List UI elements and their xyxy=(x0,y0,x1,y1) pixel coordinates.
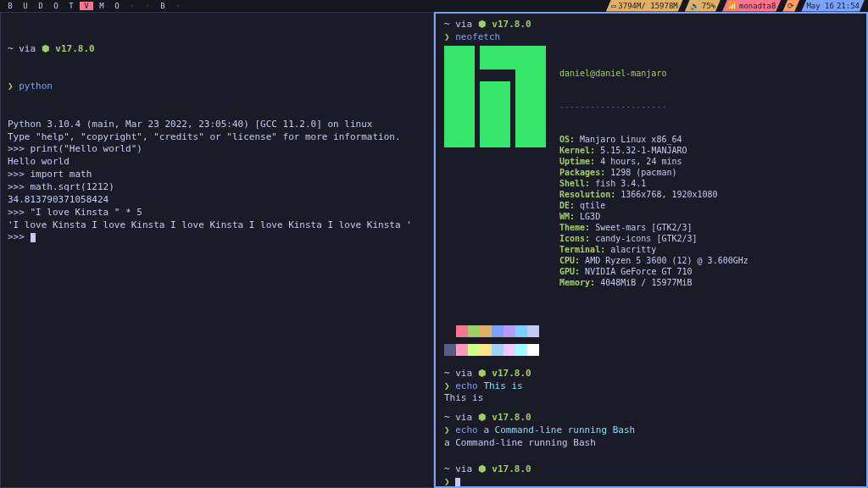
time-text: 21:54 xyxy=(837,2,860,10)
palette-swatch xyxy=(468,325,480,337)
workspace-6[interactable]: V xyxy=(80,2,93,10)
neofetch-row: Uptime: 4 hours, 24 mins xyxy=(559,156,748,167)
prompt-context: ~ via ⬢ v17.8.0 xyxy=(444,463,858,476)
neofetch-row: Memory: 4048MiB / 15977MiB xyxy=(559,277,748,288)
top-bar: BUDOTVMO··B· ▭ 3794M/ 15978M 🔈 75% 📶 mon… xyxy=(0,0,868,12)
neofetch-row: GPU: NVIDIA GeForce GT 710 xyxy=(559,266,748,277)
neofetch-row: Theme: Sweet-mars [GTK2/3] xyxy=(559,222,748,233)
palette-swatch xyxy=(515,325,527,337)
neofetch-info: daniel@daniel-manjaro ------------------… xyxy=(559,46,748,310)
network-text: monadta8 xyxy=(739,2,776,10)
terminal-left[interactable]: ~ via ⬢ v17.8.0 ❯ python Python 3.10.4 (… xyxy=(0,12,434,488)
command-python: python xyxy=(19,80,53,92)
neofetch-row: Shell: fish 3.4.1 xyxy=(559,178,748,189)
palette-swatch xyxy=(468,344,480,356)
repl-line: >>> "I love Kinsta " * 5 xyxy=(8,207,426,219)
neofetch-row: Kernel: 5.15.32-1-MANJARO xyxy=(559,145,748,156)
prompt-line: ❯ neofetch xyxy=(444,31,858,44)
status-tray: ▭ 3794M/ 15978M 🔈 75% 📶 monadta8 ⟳ May 1… xyxy=(606,0,865,12)
color-palette-row1 xyxy=(444,325,858,337)
updates-widget[interactable]: ⟳ xyxy=(782,0,799,12)
volume-widget[interactable]: 🔈 75% xyxy=(685,0,721,12)
workspace-11[interactable]: B xyxy=(156,2,170,10)
neofetch-row: Terminal: alacritty xyxy=(559,244,748,255)
workspace-8[interactable]: O xyxy=(110,2,124,10)
prompt-context: ~ via ⬢ v17.8.0 xyxy=(444,19,858,31)
volume-icon: 🔈 xyxy=(690,2,699,10)
palette-swatch xyxy=(504,344,515,356)
terminal-right[interactable]: ~ via ⬢ v17.8.0 ❯ neofetch daniel@daniel… xyxy=(434,12,868,488)
neofetch-separator: --------------------- xyxy=(559,101,748,112)
node-icon: ⬢ xyxy=(42,43,50,54)
palette-swatch xyxy=(444,344,456,356)
workspace-10[interactable]: · xyxy=(141,2,154,10)
workspace-5[interactable]: T xyxy=(64,2,78,10)
prompt-line: ❯ echo This is xyxy=(444,380,858,393)
repl-line: Python 3.10.4 (main, Mar 23 2022, 23:05:… xyxy=(8,119,426,131)
workspace-1[interactable]: B xyxy=(3,2,17,10)
command-session: ~ via ⬢ v17.8.0❯ echo This isThis is xyxy=(444,368,858,406)
palette-swatch xyxy=(504,325,515,337)
network-widget[interactable]: 📶 monadta8 xyxy=(722,0,781,12)
prompt-context: ~ via ⬢ v17.8.0 xyxy=(444,412,858,424)
memory-icon: ▭ xyxy=(611,2,615,10)
neofetch-row: WM: LG3D xyxy=(559,211,748,222)
repl-line: >>> xyxy=(8,231,426,244)
color-palette-row2 xyxy=(444,344,858,356)
cursor-icon xyxy=(455,478,460,487)
repl-line: Hello world xyxy=(8,156,426,169)
cursor-icon xyxy=(31,233,36,242)
palette-swatch xyxy=(492,344,504,356)
neofetch-row: OS: Manjaro Linux x86_64 xyxy=(559,134,748,145)
command-output: This is xyxy=(444,392,858,405)
repl-line: >>> math.sqrt(1212) xyxy=(8,181,426,194)
updates-icon: ⟳ xyxy=(787,2,794,10)
workspace-7[interactable]: M xyxy=(95,2,108,10)
tiling-split: ~ via ⬢ v17.8.0 ❯ python Python 3.10.4 (… xyxy=(0,12,868,488)
workspace-list: BUDOTVMO··B· xyxy=(3,2,185,10)
memory-widget: ▭ 3794M/ 15978M xyxy=(606,0,683,12)
palette-swatch xyxy=(444,325,456,337)
command-neofetch: neofetch xyxy=(455,31,500,42)
neofetch-user: daniel@daniel-manjaro xyxy=(559,69,666,78)
palette-swatch xyxy=(527,344,539,356)
node-icon: ⬢ xyxy=(478,463,487,474)
workspace-3[interactable]: D xyxy=(34,2,47,10)
prompt-context: ~ via ⬢ v17.8.0 xyxy=(444,368,858,380)
date-text: May 16 xyxy=(806,2,834,10)
prompt-line-active[interactable]: ❯ xyxy=(444,476,858,488)
palette-swatch xyxy=(456,344,468,356)
prompt-line: ❯ python xyxy=(8,80,426,93)
memory-text: 3794M/ 15978M xyxy=(618,2,677,10)
palette-swatch xyxy=(492,325,504,337)
node-icon: ⬢ xyxy=(478,19,487,30)
repl-line: >>> import math xyxy=(8,169,426,181)
repl-line: 34.813790371058424 xyxy=(8,194,426,207)
neofetch-row: CPU: AMD Ryzen 5 3600 (12) @ 3.600GHz xyxy=(559,255,748,266)
neofetch-output: daniel@daniel-manjaro ------------------… xyxy=(444,46,858,310)
manjaro-logo-icon xyxy=(444,46,546,147)
palette-swatch xyxy=(480,344,492,356)
neofetch-row: Resolution: 1366x768, 1920x1080 xyxy=(559,189,748,200)
wifi-icon: 📶 xyxy=(727,2,737,10)
command-session: ~ via ⬢ v17.8.0❯ echo a Command-line run… xyxy=(444,412,858,450)
workspace-12[interactable]: · xyxy=(171,2,185,10)
neofetch-row: Packages: 1298 (pacman) xyxy=(559,167,748,178)
workspace-2[interactable]: U xyxy=(19,2,32,10)
palette-swatch xyxy=(456,325,468,337)
neofetch-row: Icons: candy-icons [GTK2/3] xyxy=(559,233,748,244)
clock-widget: May 16 21:54 xyxy=(801,0,865,12)
repl-line: Type "help", "copyright", "credits" or "… xyxy=(8,131,426,144)
volume-text: 75% xyxy=(702,2,715,10)
neofetch-row: DE: qtile xyxy=(559,200,748,211)
prompt-context: ~ via ⬢ v17.8.0 xyxy=(8,43,426,56)
workspace-9[interactable]: · xyxy=(125,2,139,10)
prompt-line: ❯ echo a Command-line running Bash xyxy=(444,424,858,437)
palette-swatch xyxy=(515,344,527,356)
workspace-4[interactable]: O xyxy=(49,2,63,10)
palette-swatch xyxy=(480,325,492,337)
repl-line: 'I love Kinsta I love Kinsta I love Kins… xyxy=(8,219,426,232)
palette-swatch xyxy=(527,325,539,337)
repl-line: >>> print("Hello world") xyxy=(8,143,426,156)
command-output: a Command-line running Bash xyxy=(444,437,858,450)
